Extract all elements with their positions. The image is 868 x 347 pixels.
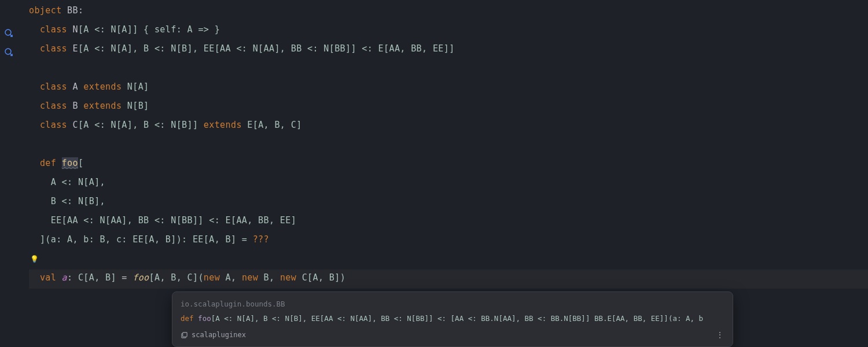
method-foo-call[interactable]: foo (133, 272, 149, 283)
bulb-icon[interactable]: 💡 (29, 255, 39, 263)
svg-rect-3 (183, 333, 187, 337)
code-line: ](a: A, b: B, c: EE[A, B]): EE[A, B] = ?… (29, 231, 868, 250)
code-line (29, 60, 868, 79)
gutter (0, 0, 17, 347)
code-line: object BB: (29, 2, 868, 21)
gutter-implements-icon-1[interactable] (0, 21, 17, 40)
popup-signature: def foo[A <: N[A], B <: N[B], EE[AA <: N… (181, 312, 724, 324)
popup-footer: scalapluginex ⋮ (181, 328, 724, 342)
gutter-row-1 (0, 2, 17, 21)
code-line: class A extends N[A] (29, 79, 868, 98)
popup-module-name: scalapluginex (192, 329, 246, 341)
code-line: class B extends N[B] (29, 98, 868, 117)
code-line: 💡 (29, 250, 868, 270)
code-line: A <: N[A], (29, 174, 868, 193)
code-line-current: val a: C[A, B] = foo[A, B, C](new A, new… (29, 270, 868, 289)
code-line: EE[AA <: N[AA], BB <: N[BB]] <: E[AA, BB… (29, 212, 868, 231)
code-line: class E[A <: N[A], B <: N[B], EE[AA <: N… (29, 40, 868, 60)
code-line: class C[A <: N[A], B <: N[B]] extends E[… (29, 117, 868, 136)
module-icon (181, 331, 188, 339)
code-line: def foo[ (29, 155, 868, 174)
more-icon[interactable]: ⋮ (716, 328, 724, 342)
code-line (29, 136, 868, 155)
code-line: class N[A <: N[A]] { self: A => } (29, 21, 868, 40)
svg-point-1 (5, 49, 11, 54)
svg-point-0 (5, 29, 11, 35)
method-foo-decl[interactable]: foo (62, 157, 78, 169)
code-line: B <: N[B], (29, 193, 868, 212)
popup-qualifier: io.scalaplugin.bounds.BB (181, 298, 724, 310)
gutter-implements-icon-2[interactable] (0, 40, 17, 60)
quick-doc-popup[interactable]: io.scalaplugin.bounds.BB def foo[A <: N[… (172, 291, 733, 347)
